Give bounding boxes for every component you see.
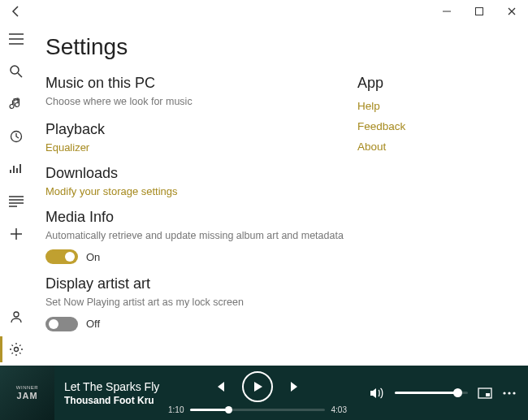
previous-button[interactable] [213,379,227,394]
hamburger-menu[interactable] [0,23,32,55]
mediainfo-desc: Automatically retrieve and update missin… [45,229,354,244]
player-bar: WINNER JAM Let The Sparks Fly Thousand F… [0,366,528,420]
add-button[interactable] [0,218,32,250]
track-artist: Thousand Foot Kru [64,395,168,406]
sidebar [0,23,32,366]
settings-button[interactable] [0,333,32,366]
music-desc: Choose where we look for music [45,95,354,110]
about-link[interactable]: About [357,141,515,153]
music-heading: Music on this PC [45,75,354,92]
minimize-button[interactable] [431,0,463,23]
more-button[interactable] [502,391,517,396]
elapsed-time: 1:10 [168,405,184,414]
artistart-toggle-label: Off [86,318,100,330]
svg-rect-1 [476,8,483,15]
titlebar [0,0,528,23]
next-button[interactable] [288,379,302,394]
total-time: 4:03 [331,405,347,414]
volume-slider[interactable] [395,392,468,394]
my-music-button[interactable] [0,88,32,120]
right-controls [369,386,528,401]
storage-settings-link[interactable]: Modify your storage settings [45,185,354,197]
page-title: Settings [45,34,354,60]
album-art[interactable]: WINNER JAM [0,366,54,420]
svg-point-9 [503,392,505,394]
artistart-toggle[interactable] [45,317,78,331]
close-button[interactable] [496,0,528,23]
section-mediainfo: Media Info Automatically retrieve and up… [45,209,354,265]
section-music: Music on this PC Choose where we look fo… [45,75,354,110]
section-playback: Playback Equalizer [45,121,354,154]
now-playing-button[interactable] [0,153,32,185]
back-button[interactable] [0,5,32,18]
search-button[interactable] [0,55,32,88]
artistart-heading: Display artist art [45,275,354,292]
svg-line-3 [18,73,22,77]
track-title: Let The Sparks Fly [64,380,168,393]
maximize-button[interactable] [463,0,496,23]
album-text1: WINNER [16,385,38,390]
section-downloads: Downloads Modify your storage settings [45,165,354,197]
progress-slider[interactable] [190,409,324,411]
progress-row: 1:10 4:03 [168,405,347,414]
settings-left-column: Settings Music on this PC Choose where w… [45,34,354,366]
volume-icon[interactable] [369,386,385,401]
now-playing-view-button[interactable] [478,388,492,399]
feedback-link[interactable]: Feedback [357,120,515,132]
mediainfo-heading: Media Info [45,209,354,226]
track-info[interactable]: Let The Sparks Fly Thousand Foot Kru [54,380,168,406]
downloads-heading: Downloads [45,165,354,182]
settings-content: Settings Music on this PC Choose where w… [32,23,528,366]
svg-rect-8 [486,393,490,396]
mediainfo-toggle-label: On [86,251,100,263]
svg-point-10 [508,392,510,394]
mediainfo-toggle[interactable] [45,249,78,264]
playback-controls: 1:10 4:03 [168,371,347,414]
svg-point-11 [513,392,515,394]
app-heading: App [357,75,515,92]
artistart-desc: Set Now Playing artist art as my lock sc… [45,296,354,310]
section-artistart: Display artist art Set Now Playing artis… [45,275,354,331]
svg-point-2 [11,66,19,74]
playlists-button[interactable] [0,185,32,218]
svg-point-6 [15,348,19,352]
help-link[interactable]: Help [357,100,515,112]
settings-right-column: App Help Feedback About [354,34,515,366]
equalizer-link[interactable]: Equalizer [45,141,354,154]
playback-heading: Playback [45,121,354,138]
recent-button[interactable] [0,120,32,153]
play-button[interactable] [242,371,273,402]
svg-point-5 [14,312,19,317]
account-button[interactable] [0,301,32,333]
album-text2: JAM [16,392,37,401]
